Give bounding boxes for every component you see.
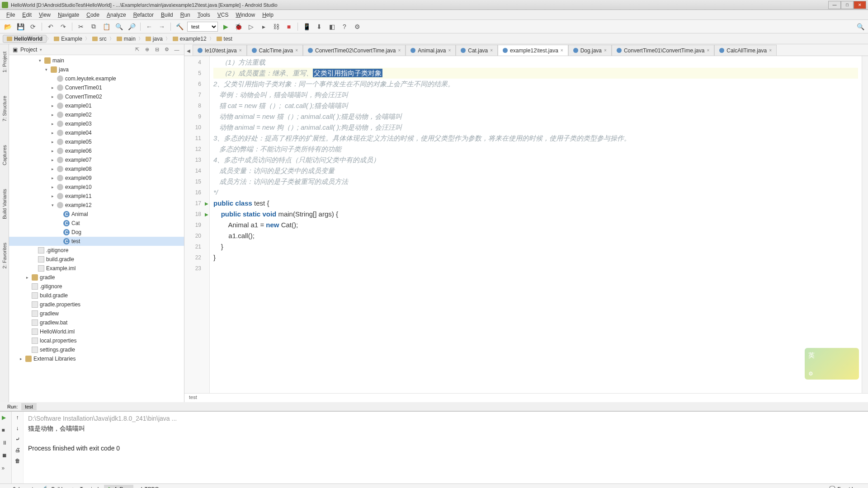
attach-icon[interactable]: ⛓ bbox=[271, 22, 281, 32]
clear-icon[interactable]: 🗑 bbox=[15, 458, 20, 464]
right-marker-strip[interactable] bbox=[862, 56, 868, 393]
update-icon[interactable]: ⚙ bbox=[352, 22, 362, 32]
tree-item[interactable]: com.leyutek.example bbox=[9, 74, 184, 83]
close-tab-icon[interactable]: × bbox=[707, 48, 709, 53]
menu-edit[interactable]: Edit bbox=[19, 11, 35, 19]
editor-tab[interactable]: CalcTime.java× bbox=[247, 45, 303, 56]
forward-icon[interactable]: → bbox=[157, 22, 167, 32]
close-button[interactable]: ✕ bbox=[854, 1, 866, 9]
breadcrumb-item[interactable]: java bbox=[143, 36, 165, 42]
copy-icon[interactable]: ⧉ bbox=[89, 22, 99, 32]
stop-icon[interactable]: ■ bbox=[284, 22, 294, 32]
coverage-icon[interactable]: ▸ bbox=[259, 22, 269, 32]
tree-item[interactable]: ▸example05 bbox=[9, 137, 184, 146]
menu-view[interactable]: View bbox=[35, 11, 54, 19]
close-tab-icon[interactable]: × bbox=[295, 48, 298, 53]
close-tab-icon[interactable]: × bbox=[561, 48, 563, 53]
menu-tools[interactable]: Tools bbox=[194, 11, 214, 19]
tree-item[interactable]: gradle.properties bbox=[9, 300, 184, 309]
exit-icon[interactable]: ⏹ bbox=[2, 452, 10, 460]
editor-tab[interactable]: le10\test.java× bbox=[193, 45, 247, 56]
editor-tab[interactable]: CalcAllTime.java× bbox=[714, 45, 777, 56]
close-tab-icon[interactable]: × bbox=[239, 48, 242, 53]
settings-icon[interactable]: ⚙ bbox=[163, 46, 170, 53]
editor-tab[interactable]: Animal.java× bbox=[406, 45, 456, 56]
breadcrumb-item[interactable]: Example bbox=[51, 36, 85, 42]
tree-item[interactable]: ▸example01 bbox=[9, 101, 184, 110]
tree-item[interactable]: gradlew.bat bbox=[9, 318, 184, 327]
breadcrumb-item[interactable]: test bbox=[214, 36, 235, 42]
back-icon[interactable]: ← bbox=[144, 22, 154, 32]
logcat-tab[interactable]: ≡6: Logcat bbox=[4, 485, 38, 488]
minimize-button[interactable]: — bbox=[828, 1, 841, 9]
console-output[interactable]: D:\Software Installation\Java\jdk1.8.0_2… bbox=[24, 412, 868, 483]
tree-item[interactable]: gradlew bbox=[9, 309, 184, 318]
eventlog-tab[interactable]: 💬Event Log bbox=[825, 485, 864, 488]
captures-tool-tab[interactable]: Captures bbox=[1, 142, 8, 168]
tree-item[interactable]: build.gradle bbox=[9, 291, 184, 300]
sdk-icon[interactable]: ⬇ bbox=[314, 22, 324, 32]
save-icon[interactable]: 💾 bbox=[15, 22, 25, 32]
editor-tab[interactable]: ConvertTime01\ConvertTime.java× bbox=[612, 45, 714, 56]
tree-item[interactable]: .gitignore bbox=[9, 246, 184, 255]
run-config-select[interactable]: test bbox=[187, 22, 218, 32]
tree-item[interactable]: ▸example06 bbox=[9, 146, 184, 155]
run-session-tab[interactable]: test bbox=[21, 403, 37, 410]
editor-tab[interactable]: Cat.java× bbox=[456, 45, 498, 56]
tree-item[interactable]: settings.gradle bbox=[9, 345, 184, 354]
run-icon[interactable]: ▶ bbox=[221, 22, 231, 32]
tree-item[interactable]: Ctest bbox=[9, 237, 184, 246]
run-tab[interactable]: ▶4: Run bbox=[104, 485, 133, 488]
tree-item[interactable]: ▸example04 bbox=[9, 128, 184, 137]
down-icon[interactable]: » bbox=[2, 465, 10, 473]
ime-float-widget[interactable]: 英 ⚙ bbox=[805, 348, 859, 380]
layout-icon[interactable]: ◧ bbox=[327, 22, 337, 32]
maximize-button[interactable]: □ bbox=[841, 1, 854, 9]
expand-all-icon[interactable]: ⊟ bbox=[153, 46, 160, 53]
hide-icon[interactable]: — bbox=[173, 46, 180, 53]
tree-item[interactable]: ▸example09 bbox=[9, 174, 184, 183]
breadcrumb-item[interactable]: main bbox=[114, 36, 138, 42]
tree-item[interactable]: CCat bbox=[9, 219, 184, 228]
menu-code[interactable]: Code bbox=[83, 11, 103, 19]
tree-item[interactable]: .gitignore bbox=[9, 282, 184, 291]
down2-icon[interactable]: ↓ bbox=[16, 425, 19, 432]
tree-item[interactable]: ▸example10 bbox=[9, 183, 184, 192]
structure-tool-tab[interactable]: 7: Structure bbox=[1, 93, 8, 124]
tree-item[interactable]: ▸External Libraries bbox=[9, 354, 184, 363]
rerun-icon[interactable]: ▶ bbox=[2, 414, 10, 422]
print-icon[interactable]: 🖨 bbox=[15, 447, 20, 453]
search-everywhere-icon[interactable]: 🔍 bbox=[855, 22, 865, 32]
make-icon[interactable]: 🔨 bbox=[175, 22, 184, 32]
replace-icon[interactable]: 🔎 bbox=[127, 22, 137, 32]
profile-icon[interactable]: ▷ bbox=[246, 22, 256, 32]
menu-window[interactable]: Window bbox=[232, 11, 259, 19]
terminal-tab[interactable]: >_Terminal bbox=[68, 485, 103, 488]
tree-item[interactable]: HelloWorld.iml bbox=[9, 327, 184, 336]
help-icon[interactable]: ? bbox=[340, 22, 349, 32]
favorites-tool-tab[interactable]: 2: Favorites bbox=[1, 240, 8, 271]
editor-tab[interactable]: Dog.java× bbox=[568, 45, 612, 56]
tree-item[interactable]: ▸example02 bbox=[9, 110, 184, 119]
close-tab-icon[interactable]: × bbox=[490, 48, 493, 53]
tree-item[interactable]: ▸ConvertTime02 bbox=[9, 92, 184, 101]
tree-item[interactable]: CAnimal bbox=[9, 210, 184, 219]
build-tab[interactable]: 🔨Build bbox=[39, 485, 67, 488]
editor-body[interactable]: 4567891011121314151617▶18▶1920212223 （1）… bbox=[184, 56, 868, 393]
tree-item[interactable]: ▸example11 bbox=[9, 192, 184, 201]
editor-tab[interactable]: ConvertTime02\ConvertTime.java× bbox=[303, 45, 406, 56]
tree-item[interactable]: ▸example03 bbox=[9, 119, 184, 128]
project-tool-tab[interactable]: 1: Project bbox=[1, 49, 8, 75]
tree-item[interactable]: ▸example07 bbox=[9, 155, 184, 164]
avd-icon[interactable]: 📱 bbox=[302, 22, 311, 32]
close-tab-icon[interactable]: × bbox=[769, 48, 772, 53]
editor-breadcrumb[interactable]: test bbox=[184, 393, 868, 402]
debug-icon[interactable]: 🐞 bbox=[233, 22, 243, 32]
project-tree[interactable]: ▾main▾javacom.leyutek.example▸ConvertTim… bbox=[9, 55, 184, 402]
tree-item[interactable]: Example.iml bbox=[9, 264, 184, 273]
todo-tab[interactable]: ✓TODO bbox=[134, 485, 164, 488]
close-tab-icon[interactable]: × bbox=[448, 48, 451, 53]
breadcrumb-item[interactable]: src bbox=[90, 36, 109, 42]
scroll-from-source-icon[interactable]: ⊕ bbox=[143, 46, 151, 53]
menu-file[interactable]: File bbox=[3, 11, 19, 19]
